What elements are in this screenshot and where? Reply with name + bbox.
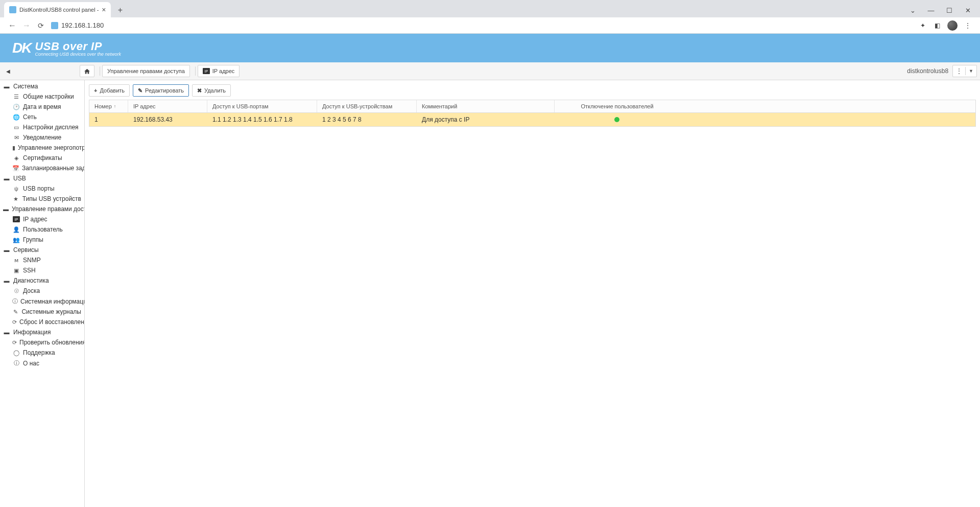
usb-icon: ψ	[12, 186, 20, 192]
sidebar-item-sysinfo[interactable]: ⓘСистемная информация	[0, 296, 84, 307]
sidebar-item-general[interactable]: ☰Общие настройки	[0, 91, 84, 102]
breadcrumb-ip-label: IP адрес	[212, 68, 235, 74]
close-tab-icon[interactable]: ×	[102, 6, 106, 14]
user-menu[interactable]: ⋮ ▼	[952, 65, 977, 77]
cell-usb-ports: 1.1 1.2 1.3 1.4 1.5 1.6 1.7 1.8	[207, 113, 317, 126]
sidebar-item-power[interactable]: ▮Управление энергопотр	[0, 143, 84, 153]
maximize-icon[interactable]: ☐	[940, 3, 959, 17]
sidebar-item-usbtypes[interactable]: ★Типы USB устройств	[0, 194, 84, 204]
col-comment[interactable]: Комментарий	[417, 100, 555, 112]
group-icon: 👥	[12, 237, 20, 243]
grid-header: Номер↑ IP адрес Доступ к USB-портам Дост…	[89, 100, 975, 113]
collapse-sidebar-button[interactable]: ◀	[3, 65, 13, 77]
dashboard-icon: ⦾	[12, 288, 20, 294]
col-number[interactable]: Номер↑	[89, 100, 128, 112]
monitor-icon: ▭	[12, 124, 20, 131]
breadcrumb-ip[interactable]: IP IP адрес	[198, 65, 240, 77]
cell-ip: 192.168.53.43	[128, 113, 207, 126]
minus-icon: ▬	[3, 329, 10, 335]
breadcrumb-access[interactable]: Управление правами доступа	[102, 65, 190, 77]
sidebar-item-ssh[interactable]: ▣SSH	[0, 265, 84, 275]
current-user-label: distkontrolusb8	[907, 67, 948, 75]
sidebar-item-notify[interactable]: ✉Уведомление	[0, 132, 84, 143]
sidebar-cat-access[interactable]: ▬Управление правами досту	[0, 204, 84, 214]
sidebar-item-groups[interactable]: 👥Группы	[0, 235, 84, 245]
delete-button[interactable]: ✖Удалить	[192, 84, 231, 97]
data-grid: Номер↑ IP адрес Доступ к USB-портам Дост…	[89, 100, 976, 127]
clock-icon: 🕑	[12, 104, 20, 110]
sidebar-item-display[interactable]: ▭Настройки дисплея	[0, 122, 84, 132]
new-tab-button[interactable]: +	[113, 3, 127, 17]
table-row[interactable]: 1 192.168.53.43 1.1 1.2 1.3 1.4 1.5 1.6 …	[89, 113, 975, 126]
mail-icon: ✉	[12, 134, 20, 141]
browser-tab[interactable]: DistKontrolUSB8 control panel - ×	[4, 2, 111, 17]
sidebar-item-usbports[interactable]: ψUSB порты	[0, 183, 84, 194]
chevron-down-icon[interactable]: ⌄	[903, 3, 922, 17]
sidebar-item-scheduled[interactable]: 📅Запланированные задан	[0, 163, 84, 173]
sidebar-item-support[interactable]: ◯Поддержка	[0, 348, 84, 358]
cell-comment: Для доступа с IP	[417, 113, 555, 126]
pencil-icon: ✎	[138, 87, 142, 94]
top-toolbar: ◀ Управление правами доступа IP IP адрес…	[0, 62, 980, 80]
sidebar-cat-system[interactable]: ▬Система	[0, 81, 84, 91]
col-ip[interactable]: IP адрес	[128, 100, 207, 112]
brand-subtitle: Connecting USB devices over the network	[35, 52, 121, 57]
sidebar-item-updates[interactable]: ⟳Проверить обновления	[0, 337, 84, 348]
plus-icon: +	[94, 87, 97, 94]
logo-mark: DK	[12, 40, 31, 56]
sidebar-cat-usb[interactable]: ▬USB	[0, 173, 84, 183]
terminal-icon: ▣	[12, 267, 20, 274]
refresh-icon: ⟳	[12, 339, 17, 346]
col-disconnect[interactable]: Отключение пользователей	[555, 100, 680, 112]
panel-icon[interactable]: ◧	[933, 21, 941, 30]
brand-logo: DK USB over IP Connecting USB devices ov…	[12, 40, 121, 57]
home-button[interactable]	[80, 65, 94, 77]
minus-icon: ▬	[3, 247, 10, 253]
close-window-icon[interactable]: ✕	[959, 3, 977, 17]
sidebar-item-ipaddr[interactable]: IPIP адрес	[0, 214, 84, 224]
back-button[interactable]: ←	[5, 21, 19, 30]
calendar-icon: 📅	[12, 165, 19, 172]
url-text: 192.168.1.180	[61, 21, 104, 29]
sidebar-item-about[interactable]: ⓘО нас	[0, 358, 84, 368]
forward-button[interactable]: →	[19, 21, 34, 30]
sidebar-cat-diagnostics[interactable]: ▬Диагностика	[0, 275, 84, 286]
browser-menu-icon[interactable]: ⋮	[964, 21, 972, 30]
sidebar-item-user[interactable]: 👤Пользователь	[0, 224, 84, 235]
sidebar-item-snmp[interactable]: ᴍSNMP	[0, 255, 84, 265]
sidebar-item-syslog[interactable]: ✎Системные журналы	[0, 307, 84, 317]
sidebar-item-datetime[interactable]: 🕑Дата и время	[0, 102, 84, 112]
sidebar-cat-info[interactable]: ▬Информация	[0, 327, 84, 337]
url-display[interactable]: 192.168.1.180	[51, 21, 104, 29]
reload-button[interactable]: ⟳	[34, 21, 48, 30]
ip-icon: IP	[203, 68, 210, 74]
info-icon: ⓘ	[12, 297, 18, 305]
cell-number: 1	[89, 113, 128, 126]
col-usb-devices[interactable]: Доступ к USB-устройствам	[317, 100, 417, 112]
extensions-icon[interactable]: ✦	[919, 21, 927, 30]
profile-avatar[interactable]	[947, 20, 958, 31]
minimize-icon[interactable]: —	[922, 3, 940, 17]
add-button[interactable]: +Добавить	[89, 84, 130, 97]
certificate-icon: ◈	[12, 155, 20, 162]
action-bar: +Добавить ✎Редактировать ✖Удалить	[89, 84, 976, 97]
sidebar-item-board[interactable]: ⦾Доска	[0, 286, 84, 296]
x-icon: ✖	[197, 87, 202, 94]
site-icon	[51, 22, 58, 29]
log-icon: ✎	[12, 309, 19, 315]
sidebar-item-reset[interactable]: ⟳Сброс И восстановление	[0, 317, 84, 327]
user-icon: 👤	[12, 226, 20, 233]
minus-icon: ▬	[3, 175, 10, 181]
col-usb-ports[interactable]: Доступ к USB-портам	[207, 100, 317, 112]
toolbar-separator	[100, 66, 100, 76]
sidebar-cat-services[interactable]: ▬Сервисы	[0, 245, 84, 255]
sidebar-item-certs[interactable]: ◈Сертификаты	[0, 153, 84, 163]
brand-header: DK USB over IP Connecting USB devices ov…	[0, 34, 980, 62]
sidebar-item-network[interactable]: 🌐Сеть	[0, 112, 84, 122]
minus-icon: ▬	[3, 206, 9, 212]
kebab-icon: ⋮	[953, 67, 965, 75]
tab-title: DistKontrolUSB8 control panel -	[19, 7, 99, 13]
cell-disconnect	[555, 113, 680, 126]
edit-button[interactable]: ✎Редактировать	[133, 84, 189, 97]
browser-tab-strip: DistKontrolUSB8 control panel - × + ⌄ — …	[0, 0, 980, 17]
